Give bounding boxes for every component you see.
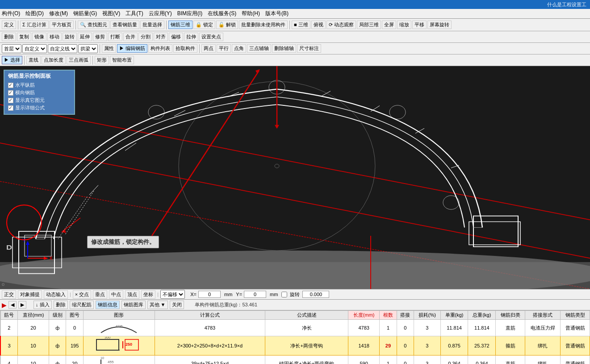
menu-item-6[interactable]: 云应用(Y) <box>149 10 172 17</box>
btn-coord[interactable]: 坐标 <box>141 290 155 299</box>
btn-3d[interactable]: ■ 三维 <box>292 21 310 29</box>
btn-del[interactable]: 删除 <box>2 33 16 41</box>
btn-vertex[interactable]: 顶点 <box>125 290 139 299</box>
btn-add-len[interactable]: 点加长度 <box>42 56 66 64</box>
btn-point-angle[interactable]: 点角 <box>232 44 246 53</box>
table-cell[interactable]: 590 <box>348 356 380 364</box>
table-cell[interactable]: 10 <box>17 356 49 364</box>
btn-nav-fwd[interactable]: ▶ <box>18 301 26 309</box>
menu-item-3[interactable]: 钢筋量(G) <box>73 10 97 17</box>
table-cell[interactable]: ф <box>49 336 66 356</box>
btn-intersect[interactable]: × 交点 <box>73 290 91 299</box>
table-cell[interactable]: 净长+两倍弯钩 <box>265 336 348 356</box>
btn-batch-del[interactable]: 批量删除未使用构件 <box>239 21 288 29</box>
btn-select-mode[interactable]: ▶ 选择 <box>2 56 22 64</box>
btn-del-row[interactable]: 删除 <box>54 301 68 309</box>
table-cell[interactable]: 11.814 <box>468 320 496 336</box>
table-cell[interactable]: 0.364 <box>440 356 468 364</box>
table-cell[interactable]: 3 <box>414 356 441 364</box>
table-container[interactable]: 筋号 直径(mm) 级别 图号 图形 计算公式 公式描述 长度(mm) 根数 搭… <box>0 310 590 364</box>
canvas-area[interactable]: 钢筋显示控制面板 水平纵筋 横向钢筋 显示真它图元 显示详细公式 <box>0 66 590 289</box>
cb-show-other[interactable] <box>8 98 13 103</box>
btn-smart[interactable]: 智能布置 <box>110 56 134 64</box>
btn-move[interactable]: 移动 <box>47 33 62 41</box>
table-cell[interactable]: 2×300+2×250+8×d+2×11.9×d <box>155 336 265 356</box>
btn-define[interactable]: 定义 <box>2 21 16 29</box>
btn-edit-rebar[interactable]: ▶ 编辑钢筋 <box>117 44 147 53</box>
btn-calc[interactable]: Σ 汇总计算 <box>20 21 49 29</box>
btn-top-view[interactable]: 俯视 <box>311 21 326 29</box>
btn-midpoint[interactable]: 中点 <box>109 290 123 299</box>
btn-offset[interactable]: 偏移 <box>169 33 183 41</box>
btn-zoom[interactable]: 缩放 <box>397 21 411 29</box>
menu-item-9[interactable]: 帮助(H) <box>242 10 260 17</box>
table-cell[interactable]: 4 <box>0 356 17 364</box>
panel-close-icon[interactable]: ▶ <box>2 301 7 309</box>
btn-rebar-lib[interactable]: 钢筋图库 <box>121 301 146 309</box>
table-cell[interactable]: 普通钢筋 <box>561 336 590 356</box>
table-cell[interactable]: 普通钢筋 <box>561 356 590 364</box>
btn-lock[interactable]: 🔒 锁定 <box>193 21 215 29</box>
table-cell[interactable]: 电渣压力焊 <box>525 320 560 336</box>
btn-dim[interactable]: 尺寸标注 <box>297 44 321 53</box>
menu-item-10[interactable]: 版本号(B) <box>265 10 289 17</box>
btn-dynamic-input[interactable]: 动态输入 <box>44 290 68 299</box>
table-cell[interactable]: 直筋 <box>496 320 525 336</box>
btn-perp[interactable]: 垂点 <box>93 290 107 299</box>
btn-other[interactable]: 其他 ▼ <box>147 301 168 309</box>
btn-rebar-3d[interactable]: 钢筋三维 <box>168 21 192 29</box>
btn-rotate-screen[interactable]: 屏幕旋转 <box>427 21 452 29</box>
table-cell[interactable]: 0 <box>397 320 414 336</box>
table-cell[interactable]: 0 <box>397 356 414 364</box>
btn-extend[interactable]: 延伸 <box>78 33 92 41</box>
rotate-input[interactable] <box>302 291 329 298</box>
btn-plan[interactable]: 平方板页 <box>50 21 74 29</box>
menu-item-1[interactable]: 绘图(D) <box>25 10 44 17</box>
menu-item-4[interactable]: 视图(V) <box>102 10 120 17</box>
btn-insert-row[interactable]: ↓ 插入 <box>33 301 52 309</box>
btn-arc[interactable]: 三点画弧 <box>67 56 91 64</box>
table-cell[interactable]: 20 <box>17 320 49 336</box>
btn-local-3d[interactable]: 局部三维 <box>357 21 381 29</box>
table-cell[interactable]: 箍筋 <box>496 336 525 356</box>
btn-two-points[interactable]: 两点 <box>201 44 216 53</box>
btn-break[interactable]: 打断 <box>108 33 122 41</box>
btn-unlock[interactable]: 🔓 解锁 <box>216 21 238 29</box>
btn-stretch[interactable]: 拉伸 <box>184 33 198 41</box>
table-cell[interactable]: ф <box>49 320 66 336</box>
table-row[interactable]: 220ф0 47/6 4783净长478310311.81411.814直筋电渣… <box>0 320 590 336</box>
table-cell[interactable]: 3 <box>0 336 17 356</box>
btn-rotate[interactable]: 旋转 <box>63 33 77 41</box>
table-cell[interactable]: 0.364 <box>468 356 496 364</box>
x-input[interactable] <box>198 291 221 298</box>
btn-del-axis[interactable]: 删除辅轴 <box>272 44 296 53</box>
table-cell[interactable]: 3 <box>414 336 441 356</box>
btn-parallel[interactable]: 平行 <box>217 44 231 53</box>
btn-component-list[interactable]: 构件列表 <box>148 44 172 53</box>
btn-align[interactable]: 对齐 <box>154 33 168 41</box>
btn-snap[interactable]: 对象捕提 <box>18 290 42 299</box>
btn-scale-rebar[interactable]: 缩尺配筋 <box>70 301 94 309</box>
table-row-highlighted[interactable]: 310ф195 300 250 2×300+2×250+8×d+2×11.9×d… <box>0 336 590 356</box>
layer-type-select[interactable]: 自定义 <box>22 44 47 53</box>
arch-select[interactable]: 拱梁 <box>78 44 98 53</box>
table-cell[interactable]: 0.875 <box>440 336 468 356</box>
menu-item-5[interactable]: 工具(T) <box>126 10 143 17</box>
menu-item-2[interactable]: 修改(M) <box>49 10 68 17</box>
btn-batch-select[interactable]: 批量选择 <box>140 21 164 29</box>
table-cell[interactable]: 普通钢筋 <box>561 320 590 336</box>
btn-trim[interactable]: 修剪 <box>93 33 107 41</box>
table-cell[interactable]: 195 <box>66 336 83 356</box>
table-cell[interactable]: 3 <box>414 320 441 336</box>
y-input[interactable] <box>244 291 266 298</box>
btn-close-table[interactable]: 关闭 <box>170 301 184 309</box>
table-cell[interactable]: 20 <box>66 356 83 364</box>
cell-count[interactable]: 1 <box>380 320 397 336</box>
btn-rect[interactable]: 矩形 <box>95 56 109 64</box>
table-cell[interactable]: 0 <box>397 336 414 356</box>
menu-item-8[interactable]: 在线服务(S) <box>208 10 236 17</box>
menu-item-7[interactable]: BIM应用(I) <box>177 10 203 17</box>
btn-dynamic-obs[interactable]: ⟳ 动态观察 <box>326 21 356 29</box>
cell-count[interactable]: 29 <box>380 336 397 356</box>
table-cell[interactable]: 2 <box>0 320 17 336</box>
